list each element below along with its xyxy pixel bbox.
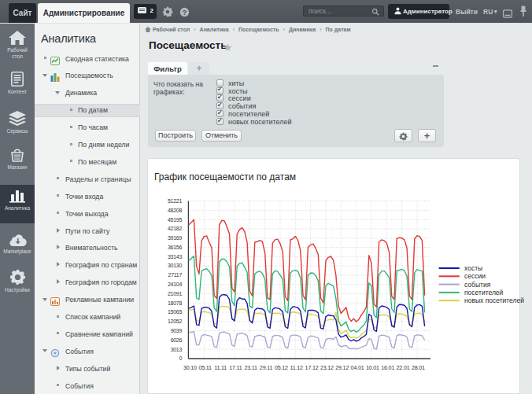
svg-text:6026: 6026 [171, 337, 183, 343]
svg-text:39169: 39169 [168, 235, 182, 241]
svg-text:22.01: 22.01 [397, 364, 410, 371]
svg-text:30.10: 30.10 [183, 364, 197, 371]
svg-text:21091: 21091 [168, 291, 182, 296]
svg-text:11.11: 11.11 [214, 364, 227, 371]
svg-text:36156: 36156 [168, 245, 182, 250]
svg-text:11.12: 11.12 [290, 364, 303, 371]
svg-text:18078: 18078 [168, 300, 182, 306]
svg-text:12052: 12052 [168, 319, 182, 324]
svg-text:16.01: 16.01 [381, 364, 394, 371]
svg-text:?: ? [183, 9, 187, 17]
svg-text:45195: 45195 [168, 217, 182, 223]
svg-text:33143: 33143 [168, 254, 182, 260]
svg-text:23.11: 23.11 [244, 364, 257, 371]
svg-text:48208: 48208 [168, 208, 182, 213]
svg-text:10.01: 10.01 [366, 364, 379, 371]
svg-text:23.12: 23.12 [320, 364, 334, 371]
svg-text:04.01: 04.01 [351, 364, 364, 371]
svg-text:29.11: 29.11 [260, 364, 273, 371]
svg-text:посетителей: посетителей [464, 289, 504, 296]
svg-text:хосты: хосты [464, 264, 482, 272]
svg-text:17.11: 17.11 [229, 364, 242, 371]
svg-text:05.12: 05.12 [275, 364, 288, 371]
svg-text:51221: 51221 [168, 198, 182, 204]
svg-text:17.12: 17.12 [305, 364, 319, 371]
svg-text:9039: 9039 [171, 328, 183, 333]
svg-text:29.12: 29.12 [335, 364, 349, 371]
svg-text:события: события [464, 281, 491, 289]
svg-text:15065: 15065 [168, 309, 182, 315]
svg-text:сессии: сессии [464, 272, 486, 280]
svg-text:42182: 42182 [168, 226, 182, 231]
svg-text:28.01: 28.01 [412, 364, 425, 371]
svg-text:27117: 27117 [168, 272, 183, 278]
svg-text:3013: 3013 [171, 347, 183, 352]
svg-text:24104: 24104 [168, 282, 182, 287]
svg-text:05.11: 05.11 [198, 364, 212, 371]
svg-text:30130: 30130 [168, 263, 182, 268]
svg-text:0: 0 [179, 355, 182, 361]
svg-text:новых посетителей: новых посетителей [464, 296, 524, 304]
